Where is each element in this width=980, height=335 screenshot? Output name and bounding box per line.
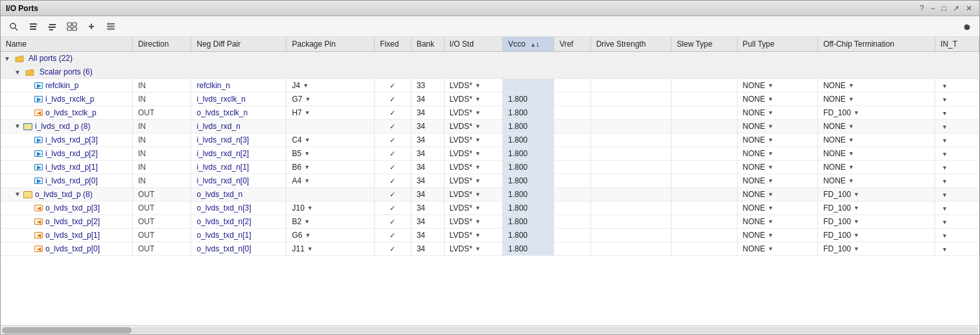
dropdown-arrow[interactable]: ▼ bbox=[475, 96, 481, 102]
dropdown-arrow[interactable]: ▼ bbox=[307, 205, 313, 211]
col-header-pull-type[interactable]: Pull Type bbox=[737, 37, 817, 52]
dropdown-arrow[interactable]: ▼ bbox=[942, 178, 948, 185]
dropdown-arrow[interactable]: ▼ bbox=[767, 246, 773, 252]
dropdown-arrow[interactable]: ▼ bbox=[848, 178, 854, 184]
dropdown-arrow[interactable]: ▼ bbox=[767, 137, 773, 143]
col-header-drive-strength[interactable]: Drive Strength bbox=[590, 37, 671, 52]
dropdown-arrow[interactable]: ▼ bbox=[848, 164, 854, 170]
dropdown-arrow[interactable]: ▼ bbox=[475, 137, 481, 143]
bottom-scrollbar[interactable] bbox=[1, 325, 979, 334]
col-header-neg-diff-pair[interactable]: Neg Diff Pair bbox=[191, 37, 286, 52]
dropdown-arrow[interactable]: ▼ bbox=[942, 110, 948, 117]
dropdown-arrow[interactable]: ▼ bbox=[475, 123, 481, 130]
dropdown-arrow[interactable]: ▼ bbox=[848, 137, 854, 143]
expand-all-button[interactable] bbox=[45, 19, 60, 34]
dropdown-arrow[interactable]: ▼ bbox=[942, 97, 948, 103]
expand-icon[interactable]: ▼ bbox=[14, 69, 21, 76]
col-header-vcco[interactable]: Vcco ▲1 bbox=[502, 37, 554, 52]
port-name[interactable]: i_lvds_rxd_p (8) bbox=[35, 122, 90, 131]
dropdown-arrow[interactable]: ▼ bbox=[767, 205, 773, 211]
configure-button[interactable] bbox=[103, 19, 119, 34]
dropdown-arrow[interactable]: ▼ bbox=[854, 205, 859, 211]
dropdown-arrow[interactable]: ▼ bbox=[942, 219, 948, 225]
dropdown-arrow[interactable]: ▼ bbox=[304, 150, 310, 157]
dropdown-arrow[interactable]: ▼ bbox=[305, 96, 310, 102]
collapse-all-button[interactable] bbox=[25, 19, 41, 34]
port-name[interactable]: refclkin_p bbox=[45, 81, 78, 90]
dropdown-arrow[interactable]: ▼ bbox=[304, 178, 310, 184]
dropdown-arrow[interactable]: ▼ bbox=[303, 82, 309, 89]
col-header-package-pin[interactable]: Package Pin bbox=[286, 37, 375, 52]
dropdown-arrow[interactable]: ▼ bbox=[475, 150, 481, 157]
group-button[interactable] bbox=[64, 19, 80, 34]
dropdown-arrow[interactable]: ▼ bbox=[475, 246, 481, 252]
port-name[interactable]: i_lvds_rxclk_p bbox=[45, 95, 94, 104]
dropdown-arrow[interactable]: ▼ bbox=[304, 164, 310, 170]
dropdown-arrow[interactable]: ▼ bbox=[854, 246, 859, 252]
col-header-name[interactable]: Name bbox=[1, 37, 133, 52]
col-header-direction[interactable]: Direction bbox=[133, 37, 191, 52]
minimize-button[interactable]: − bbox=[929, 4, 937, 13]
dropdown-arrow[interactable]: ▼ bbox=[475, 218, 481, 225]
dropdown-arrow[interactable]: ▼ bbox=[942, 246, 948, 253]
dropdown-arrow[interactable]: ▼ bbox=[854, 218, 859, 225]
dropdown-arrow[interactable]: ▼ bbox=[942, 151, 948, 157]
expand-icon[interactable]: ▼ bbox=[3, 55, 11, 63]
port-name[interactable]: i_lvds_rxd_p[0] bbox=[45, 176, 98, 185]
dropdown-arrow[interactable]: ▼ bbox=[475, 164, 481, 170]
col-header-io-std[interactable]: I/O Std bbox=[444, 37, 502, 52]
col-header-slew-type[interactable]: Slew Type bbox=[671, 37, 738, 52]
dropdown-arrow[interactable]: ▼ bbox=[767, 178, 773, 184]
dropdown-arrow[interactable]: ▼ bbox=[305, 232, 310, 238]
search-button[interactable] bbox=[6, 19, 21, 34]
dropdown-arrow[interactable]: ▼ bbox=[767, 150, 773, 157]
port-name[interactable]: i_lvds_rxd_p[1] bbox=[45, 163, 98, 172]
add-button[interactable]: + bbox=[84, 19, 99, 34]
dropdown-arrow[interactable]: ▼ bbox=[767, 123, 773, 130]
col-header-vref[interactable]: Vref bbox=[554, 37, 591, 52]
dropdown-arrow[interactable]: ▼ bbox=[305, 110, 310, 116]
dropdown-arrow[interactable]: ▼ bbox=[475, 191, 481, 198]
port-name[interactable]: o_lvds_txd_p[0] bbox=[45, 244, 100, 253]
port-name[interactable]: o_lvds_txd_p[3] bbox=[45, 203, 100, 213]
col-header-in-t[interactable]: IN_T bbox=[935, 37, 979, 52]
dropdown-arrow[interactable]: ▼ bbox=[307, 246, 313, 252]
close-button[interactable]: ✕ bbox=[964, 4, 974, 13]
restore-button[interactable]: □ bbox=[940, 4, 948, 13]
port-name[interactable]: o_lvds_txd_p[1] bbox=[45, 231, 100, 240]
dropdown-arrow[interactable]: ▼ bbox=[305, 137, 310, 143]
dropdown-arrow[interactable]: ▼ bbox=[942, 137, 948, 144]
dropdown-arrow[interactable]: ▼ bbox=[848, 123, 854, 130]
expand-icon[interactable]: ▼ bbox=[14, 122, 21, 130]
dropdown-arrow[interactable]: ▼ bbox=[767, 164, 773, 170]
dropdown-arrow[interactable]: ▼ bbox=[767, 191, 773, 198]
col-header-off-chip-term[interactable]: Off-Chip Termination bbox=[818, 37, 935, 52]
dropdown-arrow[interactable]: ▼ bbox=[475, 232, 481, 238]
port-name[interactable]: o_lvds_txd_p[2] bbox=[45, 217, 100, 226]
dropdown-arrow[interactable]: ▼ bbox=[848, 82, 854, 89]
dropdown-arrow[interactable]: ▼ bbox=[767, 218, 773, 225]
table-container[interactable]: Name Direction Neg Diff Pair Package Pin… bbox=[1, 37, 979, 325]
dropdown-arrow[interactable]: ▼ bbox=[767, 232, 773, 238]
dropdown-arrow[interactable]: ▼ bbox=[475, 178, 481, 184]
dropdown-arrow[interactable]: ▼ bbox=[475, 205, 481, 211]
dropdown-arrow[interactable]: ▼ bbox=[767, 82, 773, 89]
port-name[interactable]: i_lvds_rxd_p[2] bbox=[45, 149, 98, 158]
dropdown-arrow[interactable]: ▼ bbox=[854, 191, 859, 198]
scrollbar-track[interactable] bbox=[2, 327, 978, 334]
help-button[interactable]: ? bbox=[918, 4, 926, 13]
col-header-fixed[interactable]: Fixed bbox=[375, 37, 412, 52]
settings-button[interactable] bbox=[959, 19, 974, 34]
dropdown-arrow[interactable]: ▼ bbox=[304, 218, 310, 225]
dropdown-arrow[interactable]: ▼ bbox=[475, 82, 481, 89]
dropdown-arrow[interactable]: ▼ bbox=[475, 110, 481, 116]
port-name[interactable]: o_lvds_txclk_p bbox=[45, 108, 97, 117]
dropdown-arrow[interactable]: ▼ bbox=[767, 96, 773, 102]
dropdown-arrow[interactable]: ▼ bbox=[942, 192, 948, 198]
dropdown-arrow[interactable]: ▼ bbox=[854, 110, 859, 116]
dropdown-arrow[interactable]: ▼ bbox=[942, 124, 948, 130]
dropdown-arrow[interactable]: ▼ bbox=[942, 165, 948, 171]
expand-icon[interactable]: ▼ bbox=[14, 191, 21, 198]
port-name[interactable]: o_lvds_txd_p (8) bbox=[35, 190, 93, 199]
port-name[interactable]: i_lvds_rxd_p[3] bbox=[45, 135, 98, 144]
